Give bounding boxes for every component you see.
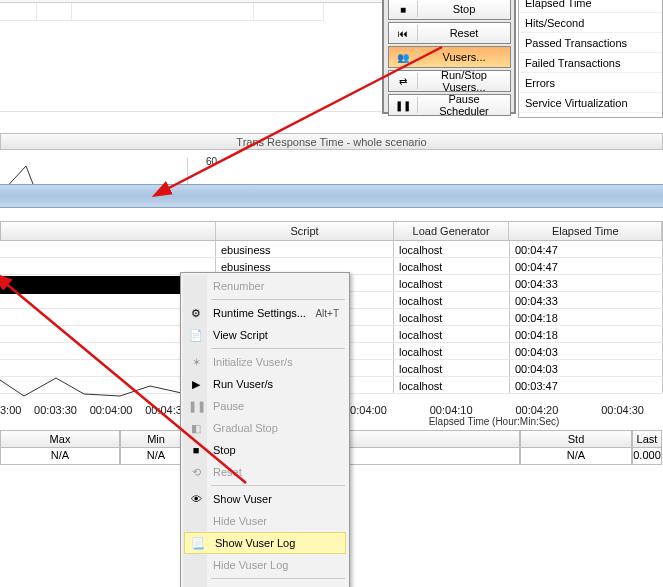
response-chart-title: Trans Response Time - whole scenario [0,133,663,150]
ctx-label: Gradual Stop [213,422,347,434]
run-stop-label: Run/Stop Vusers... [418,69,510,93]
vusers-label: Vusers... [418,51,510,63]
status-passed[interactable]: Passed Transactions [519,33,662,53]
tick: 00:04:10 [430,404,473,416]
reset-button[interactable]: ⏮Reset [388,22,511,44]
ctx-stop[interactable]: ■Stop [183,439,347,461]
status-elapsed[interactable]: Elapsed Time [519,0,662,13]
ctx-icon: ✶ [188,356,204,369]
ctx-label: Show Vuser [213,493,347,505]
reset-icon: ⏮ [389,28,417,39]
pause-label: Pause Scheduler [418,93,510,117]
pause-icon: ❚❚ [389,100,417,111]
ctx-label: Pause [213,400,347,412]
ctx-pause: ❚❚Pause [183,395,347,417]
tick: 00:04:00 [90,404,133,416]
ctx-icon: ◧ [188,422,204,435]
stop-button[interactable]: ■Stop [388,0,511,20]
ctx-hide-vuser-log: Hide Vuser Log [183,554,347,576]
ctx-icon: ⚙ [188,307,204,320]
table-row[interactable]: ebusinesslocalhost00:04:47 [0,241,663,258]
ctx-icon: 📄 [188,329,204,342]
ctx-filter-vusers[interactable]: Filter Vusers [183,581,347,587]
status-errors[interactable]: Errors [519,73,662,93]
ctx-label: Reset [213,466,347,478]
ctx-label: Initialize Vuser/s [213,356,347,368]
ctx-run-vuser-s[interactable]: ▶Run Vuser/s [183,373,347,395]
col-elapsed[interactable]: Elapsed Time [509,222,662,240]
vusers-icon: 👥 [389,52,417,63]
tick: 00:04:30 [601,404,644,416]
status-failed[interactable]: Failed Transactions [519,53,662,73]
ctx-label: Show Vuser Log [215,537,345,549]
y-tick-60: 60 [206,156,217,167]
ctx-view-script[interactable]: 📄View Script [183,324,347,346]
ctx-label: Hide Vuser Log [213,559,347,571]
vusers-button[interactable]: 👥Vusers... [388,46,511,68]
ctx-icon: 📃 [190,537,206,550]
vuser-context-menu[interactable]: Renumber⚙Runtime Settings...Alt+T📄View S… [180,272,350,587]
ctx-runtime-settings-[interactable]: ⚙Runtime Settings...Alt+T [183,302,347,324]
ctx-label: Runtime Settings... [213,307,315,319]
ctx-icon: ■ [188,444,204,456]
stop-label: Stop [418,3,510,15]
tick: 00:04:00 [344,404,387,416]
ctx-label: Renumber [213,280,347,292]
status-sv[interactable]: Service Virtualization [519,93,662,113]
col-loadgen[interactable]: Load Generator [394,222,510,240]
ctx-icon: 👁 [188,493,204,505]
x-axis-title: Elapsed Time (Hour:Min:Sec) [344,416,644,427]
ctx-renumber: Renumber [183,275,347,297]
ctx-show-vuser[interactable]: 👁Show Vuser [183,488,347,510]
ctx-icon: ❚❚ [188,400,204,413]
ctx-reset: ⟲Reset [183,461,347,483]
ctx-label: Hide Vuser [213,515,347,527]
ctx-gradual-stop: ◧Gradual Stop [183,417,347,439]
stop-icon: ■ [389,4,417,15]
ctx-shortcut: Alt+T [315,308,347,319]
ctx-label: Run Vuser/s [213,378,347,390]
ctx-label: Stop [213,444,347,456]
run-stop-vusers-button[interactable]: ⇄Run/Stop Vusers... [388,70,511,92]
col-blank [1,222,216,240]
stats-col: MaxN/A [0,430,120,465]
pause-scheduler-button[interactable]: ❚❚Pause Scheduler [388,94,511,116]
stats-col: Last0.000 [632,430,662,465]
selected-row-highlight [0,276,188,294]
stats-col: StdN/A [520,430,632,465]
top-grid [0,0,384,112]
reset-label: Reset [418,27,510,39]
scenario-status-panel: Elapsed Time Hits/Second Passed Transact… [518,0,663,118]
response-chart: 60 [0,152,663,220]
ctx-initialize-vuser-s: ✶Initialize Vuser/s [183,351,347,373]
ctx-show-vuser-log[interactable]: 📃Show Vuser Log [184,532,346,554]
status-hits[interactable]: Hits/Second [519,13,662,33]
tick: 00:03:30 [34,404,77,416]
run-stop-icon: ⇄ [389,76,417,87]
ctx-icon: ▶ [188,378,204,391]
ctx-icon: ⟲ [188,466,204,479]
tick: 00:04:20 [515,404,558,416]
ctx-label: View Script [213,329,347,341]
tick: 3:00 [0,404,21,416]
ctx-hide-vuser: Hide Vuser [183,510,347,532]
col-script[interactable]: Script [216,222,393,240]
